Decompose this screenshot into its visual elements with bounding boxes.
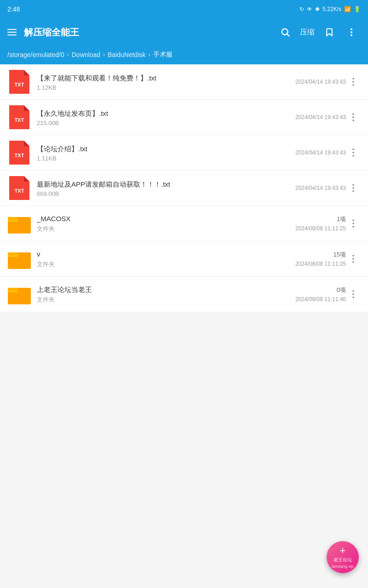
file-count: 15项 xyxy=(334,251,346,259)
txt-file-icon: TXT xyxy=(7,176,31,200)
more-options-button[interactable] xyxy=(346,110,361,125)
battery-icon: 🔋 xyxy=(354,6,361,12)
more-options-button[interactable] xyxy=(346,216,361,231)
more-options-button[interactable] xyxy=(346,74,361,89)
svg-point-40 xyxy=(352,261,354,263)
txt-file-icon: TXT xyxy=(7,105,31,129)
svg-point-15 xyxy=(352,116,354,118)
folder-icon xyxy=(7,282,31,306)
wifi-icon: 📶 xyxy=(344,6,351,12)
status-time: 2:48 xyxy=(7,6,20,13)
txt-file-icon: TXT xyxy=(7,70,31,94)
more-options-button[interactable] xyxy=(346,251,361,266)
app-bar: 解压缩全能王 压缩 xyxy=(0,18,368,46)
svg-point-27 xyxy=(352,187,354,189)
breadcrumb-baidunetdisk[interactable]: BaiduNetdisk xyxy=(108,51,146,58)
txt-icon-svg: TXT xyxy=(9,105,29,129)
more-options-button[interactable] xyxy=(346,287,361,302)
search-button[interactable] xyxy=(276,23,294,41)
txt-icon-svg: TXT xyxy=(9,176,29,200)
fab-label-line2: laowang.vip xyxy=(332,564,354,569)
bluetooth-icon: ✱ xyxy=(315,6,320,12)
folder-icon-svg xyxy=(8,249,31,269)
file-size: 215.00B xyxy=(37,120,292,126)
file-size: 文件夹 xyxy=(37,260,292,268)
list-item[interactable]: _MACOSX文件夹1项2024/08/08 11:11:25 xyxy=(0,206,368,241)
svg-point-26 xyxy=(352,184,354,186)
list-item[interactable]: TXT 【来了就能下载和观看！纯免费！】.txt1.12KB2024/04/14… xyxy=(0,64,368,100)
sync-icon: ↻ xyxy=(299,6,304,12)
svg-point-10 xyxy=(352,84,354,86)
svg-text:TXT: TXT xyxy=(15,117,24,123)
folder-icon-svg xyxy=(8,213,31,234)
fab-label-line1: 老王论坛 xyxy=(334,557,352,563)
svg-marker-18 xyxy=(24,141,29,146)
file-name: 上老王论坛当老王 xyxy=(37,285,292,294)
svg-point-33 xyxy=(352,223,354,224)
file-date: 2024/04/14 19:43:43 xyxy=(295,114,346,120)
svg-point-3 xyxy=(351,31,352,33)
breadcrumb-sep-1: › xyxy=(67,51,69,58)
svg-point-16 xyxy=(352,120,354,121)
svg-point-0 xyxy=(282,29,288,35)
file-date: 2024/04/14 19:43:43 xyxy=(295,185,346,191)
bookmark-button[interactable] xyxy=(320,23,339,41)
file-date: 2024/08/08 11:11:25 xyxy=(295,261,346,267)
file-name: 最新地址及APP请发邮箱自动获取！！！.txt xyxy=(37,179,292,189)
svg-point-21 xyxy=(352,152,354,154)
svg-text:TXT: TXT xyxy=(15,153,24,158)
more-options-button[interactable] xyxy=(346,181,361,195)
list-item[interactable]: TXT 【论坛介绍】.txt1.11KB2024/04/14 19:43:43 xyxy=(0,135,368,171)
svg-point-34 xyxy=(352,226,354,228)
list-item[interactable]: v文件夹15项2024/08/08 11:11:25 xyxy=(0,241,368,277)
svg-marker-12 xyxy=(24,105,29,111)
breadcrumb-current[interactable]: 手术服 xyxy=(153,51,172,59)
svg-marker-6 xyxy=(24,70,29,75)
compress-button[interactable]: 压缩 xyxy=(298,25,316,40)
svg-point-2 xyxy=(351,29,352,30)
list-item[interactable]: TXT 最新地址及APP请发邮箱自动获取！！！.txt669.00B2024/0… xyxy=(0,171,368,206)
list-item[interactable]: TXT 【永久地址发布页】.txt215.00B2024/04/14 19:43… xyxy=(0,100,368,135)
svg-point-45 xyxy=(352,293,354,295)
file-size: 1.12KB xyxy=(37,84,292,91)
eye-icon: 👁 xyxy=(307,6,312,12)
more-options-button[interactable] xyxy=(346,145,361,160)
status-bar: 2:48 ↻ 👁 ✱ 5.22K/s 📶 🔋 xyxy=(0,0,368,18)
fab-button[interactable]: + 老王论坛 laowang.vip xyxy=(327,541,359,573)
svg-point-20 xyxy=(352,148,354,150)
file-date: 2024/08/08 11:11:46 xyxy=(295,296,346,303)
file-count: 0项 xyxy=(337,286,346,294)
menu-button[interactable] xyxy=(7,29,17,35)
folder-icon xyxy=(7,211,31,235)
file-date: 2024/04/14 19:43:43 xyxy=(295,79,346,85)
network-speed: 5.22K/s xyxy=(322,6,341,12)
svg-text:TXT: TXT xyxy=(15,82,24,87)
file-size: 文件夹 xyxy=(37,296,292,304)
file-count: 1项 xyxy=(337,215,346,223)
svg-line-1 xyxy=(287,34,289,36)
breadcrumb-download[interactable]: Download xyxy=(72,51,100,58)
file-name: _MACOSX xyxy=(37,214,292,223)
file-name: v xyxy=(37,249,292,259)
file-date: 2024/08/08 11:11:25 xyxy=(295,225,346,232)
folder-icon xyxy=(7,247,31,271)
svg-point-22 xyxy=(352,155,354,157)
status-icons: ↻ 👁 ✱ 5.22K/s 📶 🔋 xyxy=(299,6,361,12)
svg-point-8 xyxy=(352,78,354,80)
file-name: 【论坛介绍】.txt xyxy=(37,144,292,154)
svg-point-46 xyxy=(352,297,354,298)
svg-marker-24 xyxy=(24,176,29,182)
breadcrumb-sep-2: › xyxy=(103,51,105,58)
breadcrumb-storage[interactable]: /storage/emulated/0 xyxy=(7,51,64,58)
list-item[interactable]: 上老王论坛当老王文件夹0项2024/08/08 11:11:46 xyxy=(0,277,368,312)
file-list: TXT 【来了就能下载和观看！纯免费！】.txt1.12KB2024/04/14… xyxy=(0,64,368,312)
file-size: 1.11KB xyxy=(37,155,292,162)
file-size: 669.00B xyxy=(37,190,292,197)
fab-plus-icon: + xyxy=(340,546,346,556)
breadcrumb: /storage/emulated/0 › Download › BaiduNe… xyxy=(0,46,368,64)
txt-icon-svg: TXT xyxy=(9,141,29,165)
txt-file-icon: TXT xyxy=(7,141,31,165)
overflow-menu-button[interactable] xyxy=(342,23,361,41)
file-name: 【来了就能下载和观看！纯免费！】.txt xyxy=(37,73,292,83)
svg-point-14 xyxy=(352,113,354,115)
